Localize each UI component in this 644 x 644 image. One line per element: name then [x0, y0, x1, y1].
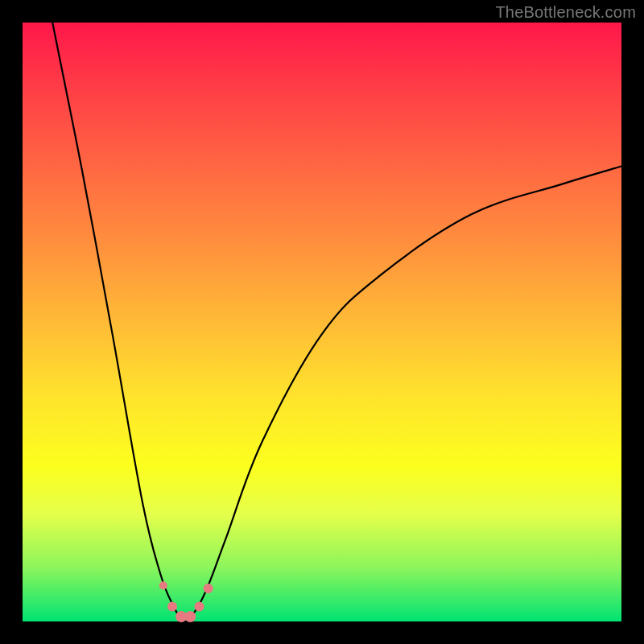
curve-path: [52, 23, 621, 621]
chart-svg: [23, 23, 621, 621]
bottleneck-curve: [52, 23, 621, 621]
valley-marker: [167, 601, 177, 611]
valley-markers: [159, 581, 213, 622]
valley-marker: [159, 581, 167, 589]
valley-marker: [194, 601, 204, 611]
valley-marker: [184, 611, 196, 622]
outer-frame: TheBottleneck.com: [0, 0, 644, 644]
watermark-text: TheBottleneck.com: [495, 3, 636, 22]
valley-marker: [204, 584, 213, 593]
plot-area: [23, 23, 621, 621]
